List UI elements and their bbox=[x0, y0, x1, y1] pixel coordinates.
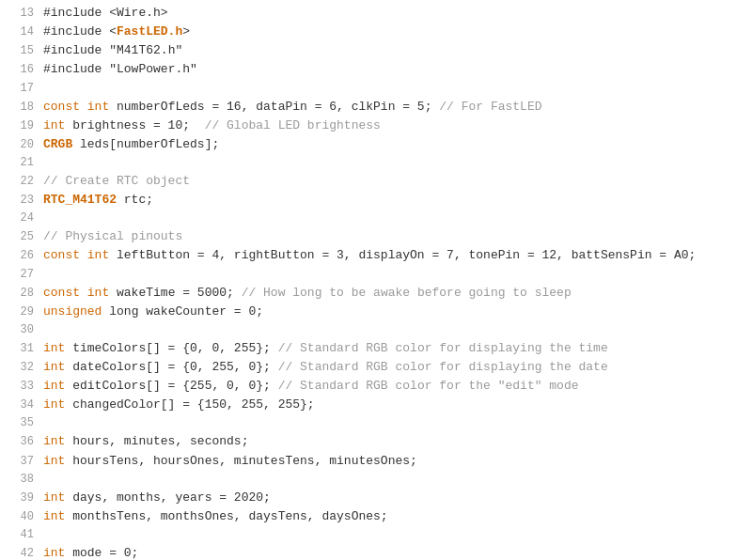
line-number: 30 bbox=[8, 321, 34, 339]
line-number: 15 bbox=[8, 42, 34, 60]
code-line: 24 bbox=[0, 210, 752, 227]
code-line: 29unsigned long wakeCounter = 0; bbox=[0, 303, 752, 321]
line-content: unsigned long wakeCounter = 0; bbox=[43, 303, 263, 321]
token: int bbox=[43, 341, 65, 355]
line-content: int brightness = 10; // Global LED brigh… bbox=[43, 117, 381, 135]
token: // Standard RGB color for displaying the… bbox=[278, 341, 608, 355]
token: CRGB bbox=[43, 137, 72, 151]
line-number: 20 bbox=[8, 136, 34, 154]
token: int bbox=[43, 490, 65, 505]
token: FastLED.h bbox=[117, 24, 182, 39]
token: int bbox=[43, 546, 65, 560]
line-number: 24 bbox=[8, 210, 34, 227]
line-number: 42 bbox=[8, 545, 34, 560]
line-content: // Physical pinouts bbox=[43, 227, 182, 246]
line-number: 18 bbox=[8, 99, 34, 117]
token: mode = 0; bbox=[65, 546, 138, 560]
line-number: 14 bbox=[8, 23, 34, 41]
code-line: 33int editColors[] = {255, 0, 0}; // Sta… bbox=[0, 377, 752, 396]
token: // For FastLED bbox=[439, 100, 541, 114]
token: const bbox=[43, 100, 87, 114]
token: int bbox=[43, 360, 65, 374]
token: // Standard RGB color for the "edit" mod… bbox=[278, 379, 579, 393]
token: #include bbox=[43, 62, 109, 76]
token: brightness = 10; bbox=[65, 118, 204, 132]
token: "M41T62.h" bbox=[109, 43, 182, 57]
line-number: 38 bbox=[8, 471, 34, 489]
token: "LowPower.h" bbox=[109, 62, 197, 76]
token: leds[numberOfLeds]; bbox=[72, 137, 219, 151]
line-number: 34 bbox=[8, 397, 34, 414]
line-number: 16 bbox=[8, 61, 34, 79]
line-content: #include <FastLED.h> bbox=[43, 23, 190, 41]
code-line: 19int brightness = 10; // Global LED bri… bbox=[0, 117, 752, 135]
token: int bbox=[43, 118, 65, 132]
line-number: 33 bbox=[8, 378, 34, 396]
code-line: 23RTC_M41T62 rtc; bbox=[0, 191, 752, 210]
line-number: 40 bbox=[8, 508, 34, 526]
token: int bbox=[43, 454, 65, 468]
line-content: #include "M41T62.h" bbox=[43, 41, 182, 60]
token: int bbox=[87, 286, 109, 300]
line-content: int hoursTens, hoursOnes, minutesTens, m… bbox=[43, 452, 417, 471]
line-content: const int leftButton = 4, rightButton = … bbox=[43, 246, 696, 265]
code-line: 15#include "M41T62.h" bbox=[0, 41, 752, 60]
code-line: 42int mode = 0; bbox=[0, 544, 752, 560]
line-number: 25 bbox=[8, 228, 34, 246]
line-content: int days, months, years = 2020; bbox=[43, 489, 271, 507]
token: int bbox=[43, 379, 65, 393]
code-line: 32int dateColors[] = {0, 255, 0}; // Sta… bbox=[0, 358, 752, 377]
line-content: CRGB leds[numberOfLeds]; bbox=[43, 135, 219, 154]
code-line: 37int hoursTens, hoursOnes, minutesTens,… bbox=[0, 452, 752, 471]
token: dateColors[] = {0, 255, 0}; bbox=[65, 360, 277, 374]
code-line: 41 bbox=[0, 526, 752, 544]
line-number: 19 bbox=[8, 117, 34, 135]
line-number: 32 bbox=[8, 359, 34, 377]
token: wakeTime = 5000; bbox=[109, 286, 241, 300]
token: RTC_M41T62 bbox=[43, 193, 117, 207]
token: const bbox=[43, 286, 87, 300]
line-content: int dateColors[] = {0, 255, 0}; // Stand… bbox=[43, 358, 608, 377]
token: monthsTens, monthsOnes, daysTens, daysOn… bbox=[65, 509, 387, 523]
code-line: 38 bbox=[0, 471, 752, 489]
line-content: RTC_M41T62 rtc; bbox=[43, 191, 153, 210]
token: // Global LED brightness bbox=[205, 118, 381, 132]
code-line: 30 bbox=[0, 321, 752, 339]
token: editColors[] = {255, 0, 0}; bbox=[65, 379, 277, 393]
token: leftButton = 4, rightButton = 3, display… bbox=[109, 248, 696, 262]
token: const bbox=[43, 248, 87, 262]
line-number: 21 bbox=[8, 154, 34, 172]
code-line: 39int days, months, years = 2020; bbox=[0, 489, 752, 507]
line-number: 35 bbox=[8, 414, 34, 432]
token: rtc; bbox=[117, 193, 153, 207]
line-number: 39 bbox=[8, 490, 34, 507]
token: // Create RTC object bbox=[43, 174, 190, 188]
line-number: 36 bbox=[8, 433, 34, 451]
line-content: int timeColors[] = {0, 0, 255}; // Stand… bbox=[43, 339, 608, 358]
token: hours, minutes, seconds; bbox=[65, 434, 248, 448]
token: changedColor[] = {150, 255, 255}; bbox=[65, 397, 314, 412]
token: long wakeCounter = 0; bbox=[102, 304, 263, 319]
code-line: 28const int wakeTime = 5000; // How long… bbox=[0, 284, 752, 303]
line-content: #include "LowPower.h" bbox=[43, 60, 197, 79]
code-line: 26const int leftButton = 4, rightButton … bbox=[0, 246, 752, 265]
token: int bbox=[43, 509, 65, 523]
code-line: 21 bbox=[0, 154, 752, 172]
line-content: int mode = 0; bbox=[43, 544, 138, 560]
token: numberOfLeds = 16, dataPin = 6, clkPin =… bbox=[109, 100, 439, 114]
code-line: 14#include <FastLED.h> bbox=[0, 23, 752, 41]
line-number: 37 bbox=[8, 453, 34, 471]
code-line: 31int timeColors[] = {0, 0, 255}; // Sta… bbox=[0, 339, 752, 358]
code-line: 17 bbox=[0, 80, 752, 98]
token: int bbox=[87, 248, 109, 262]
line-content: int hours, minutes, seconds; bbox=[43, 432, 248, 451]
code-line: 25// Physical pinouts bbox=[0, 227, 752, 246]
token: // Standard RGB color for displaying the… bbox=[278, 360, 608, 374]
token: #include < bbox=[43, 24, 117, 39]
code-line: 18const int numberOfLeds = 16, dataPin =… bbox=[0, 98, 752, 117]
token: int bbox=[87, 100, 109, 114]
token: timeColors[] = {0, 0, 255}; bbox=[65, 341, 277, 355]
code-line: 22// Create RTC object bbox=[0, 172, 752, 191]
code-line: 35 bbox=[0, 414, 752, 432]
line-content: #include <Wire.h> bbox=[43, 4, 168, 23]
